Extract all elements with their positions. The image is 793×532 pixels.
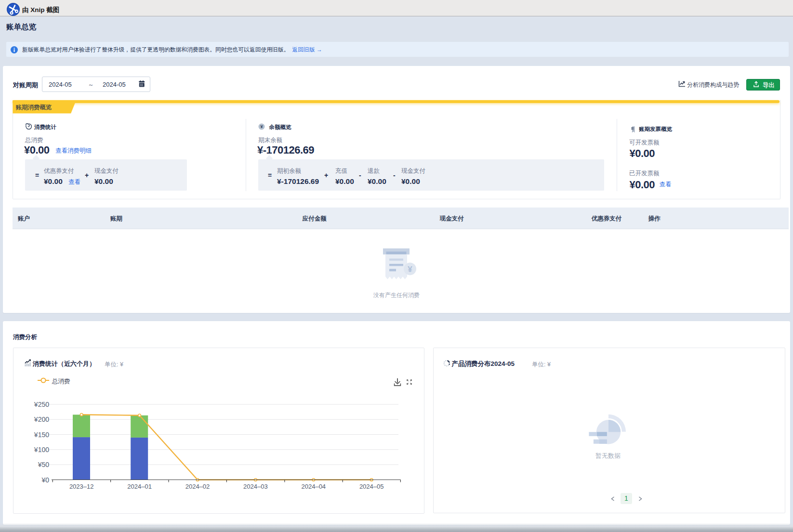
svg-text:¥150: ¥150 (34, 431, 49, 439)
svg-text:2024–01: 2024–01 (127, 483, 152, 490)
svg-text:2023–12: 2023–12 (69, 483, 94, 490)
svg-text:2024–03: 2024–03 (243, 483, 268, 490)
svg-text:2024–05: 2024–05 (359, 483, 384, 490)
svg-text:¥50: ¥50 (38, 461, 50, 468)
svg-text:¥: ¥ (408, 265, 412, 274)
svg-text:¥0: ¥0 (41, 476, 49, 484)
svg-text:¥200: ¥200 (34, 415, 49, 423)
svg-text:2024–02: 2024–02 (185, 483, 210, 490)
svg-text:2024–04: 2024–04 (301, 483, 326, 490)
svg-text:¥250: ¥250 (34, 401, 49, 408)
svg-text:¥: ¥ (260, 124, 263, 129)
svg-text:¥100: ¥100 (34, 446, 49, 454)
